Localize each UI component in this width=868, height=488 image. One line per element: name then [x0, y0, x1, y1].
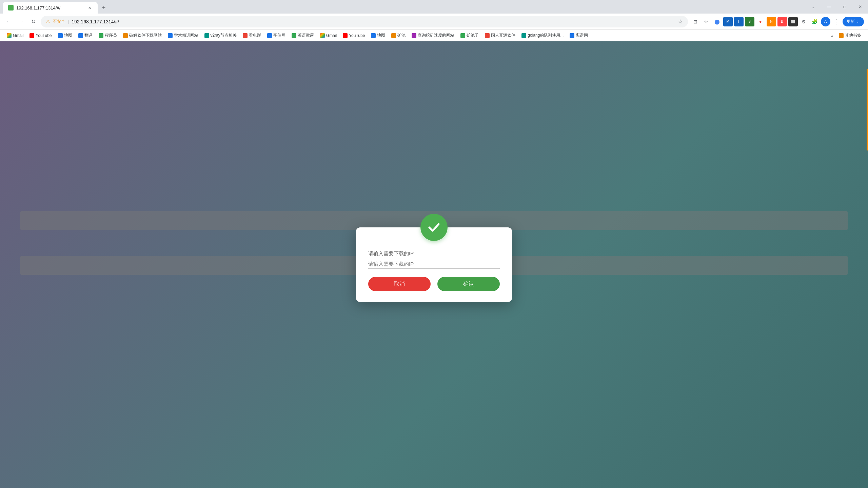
toolbar-right: ⊡ ☆ ⬤ M T S ● N B ⬜ ⚙ 🧩 A ⋮ 更新 ：: [691, 17, 864, 26]
bookmark-icon[interactable]: ☆: [702, 17, 711, 26]
close-button[interactable]: ✕: [852, 0, 868, 14]
profile-avatar[interactable]: A: [821, 17, 830, 26]
bookmark-youtube-1[interactable]: YouTube: [27, 32, 54, 39]
bookmark-label: 地图: [64, 33, 72, 38]
extension-2-icon[interactable]: T: [734, 17, 744, 26]
bookmark-other[interactable]: 其他书签: [836, 31, 864, 40]
extensions-icon[interactable]: 🧩: [810, 17, 820, 26]
bookmark-label: Gmail: [326, 33, 337, 38]
bookmark-label: YouTube: [36, 33, 52, 38]
dialog: 请输入需要下载的IP 取消 确认: [356, 227, 512, 302]
bookmark-label: 矿池: [397, 33, 406, 38]
bookmark-academic[interactable]: 学术精进网站: [165, 31, 201, 40]
cast-icon[interactable]: ⊡: [691, 17, 700, 26]
bookmark-golang[interactable]: golang的队列使用...: [519, 31, 566, 40]
bookmark-label: YouTube: [349, 33, 365, 38]
extension-7-icon[interactable]: ⬜: [788, 17, 798, 26]
address-bar[interactable]: ⚠ 不安全 | 192.168.1.177:1314/#/ ☆: [41, 16, 688, 27]
update-button[interactable]: 更新 ：: [843, 17, 864, 26]
minimize-button[interactable]: —: [821, 0, 837, 14]
url-text: 192.168.1.177:1314/#/: [72, 19, 675, 24]
bookmark-label: 英语微露: [298, 33, 314, 38]
bookmark-english[interactable]: 英语微露: [289, 31, 317, 40]
bookmark-label: v2ray节点相关: [211, 33, 237, 38]
bookmark-favicon: [371, 33, 376, 38]
bookmark-lipo[interactable]: 离谱网: [567, 31, 591, 40]
bookmark-mining-speed[interactable]: 查询挖矿速度的网站: [409, 31, 457, 40]
bookmark-favicon: [204, 33, 209, 38]
dialog-buttons: 取消 确认: [368, 277, 500, 291]
extension-4-icon[interactable]: ●: [756, 17, 765, 26]
bookmark-favicon: [99, 33, 103, 38]
tab-bar: 192.168.1.177:1314/#/ ✕ + ⌄ — □ ✕: [0, 0, 868, 14]
tab-favicon: [8, 5, 14, 11]
bookmark-gmail-2[interactable]: Gmail: [317, 32, 339, 39]
bookmark-label: 字信网: [273, 33, 285, 38]
bookmark-label: 离谱网: [576, 33, 588, 38]
bookmark-favicon: [292, 33, 296, 38]
bookmark-map-2[interactable]: 地图: [368, 31, 388, 40]
bookmark-favicon: [839, 33, 844, 38]
bookmarks-bar: Gmail YouTube 地图 翻译 程序员 破解软件下载网站 学术精进网站: [0, 30, 868, 41]
bookmark-label: 翻译: [84, 33, 93, 38]
bookmark-label: 国人开源软件: [491, 33, 515, 38]
bookmark-favicon: [460, 33, 465, 38]
bookmark-label: golang的队列使用...: [528, 33, 564, 38]
tab-close-button[interactable]: ✕: [87, 5, 92, 11]
bookmark-favicon: [7, 33, 12, 38]
bookmark-translate[interactable]: 翻译: [76, 31, 95, 40]
bookmark-crack-software[interactable]: 破解软件下载网站: [120, 31, 164, 40]
bookmark-opensource[interactable]: 国人开源软件: [482, 31, 518, 40]
menu-icon[interactable]: ⋮: [832, 17, 841, 26]
modal-overlay: 请输入需要下载的IP 取消 确认: [0, 41, 868, 488]
bookmark-label: 学术精进网站: [174, 33, 198, 38]
bookmark-zixin[interactable]: 字信网: [264, 31, 288, 40]
bookmark-label: 矿池子: [467, 33, 479, 38]
bookmark-v2ray[interactable]: v2ray节点相关: [202, 31, 239, 40]
settings-icon[interactable]: ⚙: [799, 17, 809, 26]
bookmark-favicon: [343, 33, 348, 38]
bookmark-label: 看电影: [249, 33, 261, 38]
new-tab-button[interactable]: +: [99, 3, 108, 13]
bookmark-star-icon[interactable]: ☆: [678, 18, 683, 25]
bookmark-favicon: [391, 33, 396, 38]
bookmark-map-1[interactable]: 地图: [55, 31, 75, 40]
dialog-success-icon: [420, 214, 448, 241]
bookmark-gmail[interactable]: Gmail: [4, 32, 26, 39]
bookmark-favicon: [485, 33, 490, 38]
bookmark-favicon: [123, 33, 128, 38]
bookmark-label: 查询挖矿速度的网站: [418, 33, 454, 38]
bookmark-minepool-child[interactable]: 矿池子: [458, 31, 481, 40]
extension-6-icon[interactable]: B: [777, 17, 787, 26]
dialog-content: 请输入需要下载的IP: [368, 250, 500, 277]
ip-input[interactable]: [368, 260, 500, 269]
extension-5-icon[interactable]: N: [767, 17, 776, 26]
confirm-button[interactable]: 确认: [437, 277, 500, 291]
bookmark-favicon: [243, 33, 248, 38]
active-tab[interactable]: 192.168.1.177:1314/#/ ✕: [3, 2, 98, 14]
bookmark-minepool[interactable]: 矿池: [389, 31, 408, 40]
back-button[interactable]: ←: [4, 17, 14, 26]
chrome-icon[interactable]: ⬤: [712, 17, 722, 26]
collapse-button[interactable]: ⌄: [806, 0, 821, 14]
bookmark-label: 地图: [377, 33, 385, 38]
maximize-button[interactable]: □: [837, 0, 852, 14]
tab-title: 192.168.1.177:1314/#/: [16, 5, 84, 11]
bookmark-label: 破解软件下载网站: [129, 33, 162, 38]
bookmark-label: Gmail: [13, 33, 23, 38]
bookmark-movie[interactable]: 看电影: [240, 31, 264, 40]
extension-1-icon[interactable]: M: [723, 17, 733, 26]
extension-3-icon[interactable]: S: [745, 17, 754, 26]
bookmark-programmer[interactable]: 程序员: [96, 31, 120, 40]
security-icon: ⚠: [46, 19, 50, 24]
reload-button[interactable]: ↻: [28, 17, 38, 26]
bookmark-favicon: [78, 33, 83, 38]
bookmark-youtube-2[interactable]: YouTube: [340, 32, 368, 39]
bookmark-label: 程序员: [105, 33, 117, 38]
bookmark-favicon: [168, 33, 173, 38]
bookmark-label: 其他书签: [845, 33, 861, 38]
not-secure-label: 不安全: [53, 19, 65, 24]
bookmarks-more-button[interactable]: »: [829, 32, 835, 39]
cancel-button[interactable]: 取消: [368, 277, 431, 291]
forward-button[interactable]: →: [16, 17, 26, 26]
